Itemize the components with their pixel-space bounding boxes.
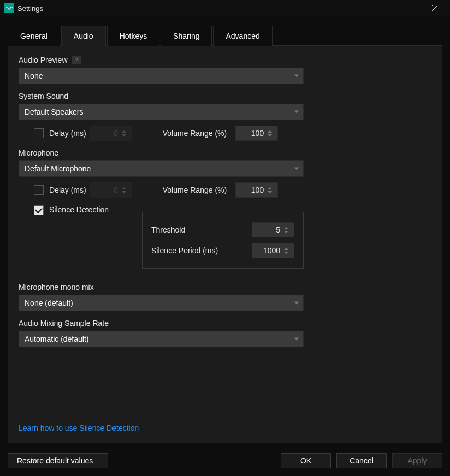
system-sound-dropdown[interactable]: Default Speakers (19, 104, 304, 120)
restore-defaults-button[interactable]: Restore default values (8, 453, 108, 468)
tabs: General Audio Hotkeys Sharing Advanced (8, 25, 442, 46)
chevron-down-icon (294, 111, 299, 114)
system-sound-value: Default Speakers (25, 108, 83, 116)
silence-detection-help-link[interactable]: Learn how to use Silence Detection (19, 424, 139, 432)
titlebar: Settings (0, 0, 450, 16)
ok-button[interactable]: OK (281, 453, 331, 468)
sys-delay-spinner[interactable]: 0 (90, 126, 132, 141)
sample-rate-label: Audio Mixing Sample Rate (19, 319, 109, 328)
tab-advanced[interactable]: Advanced (213, 26, 272, 46)
silence-detection-frame: Threshold 5 Silence Period (ms) 1000 (142, 212, 304, 269)
silence-detection-checkbox[interactable] (34, 205, 44, 215)
threshold-spinner[interactable]: 5 (252, 222, 294, 237)
silence-period-label: Silence Period (ms) (151, 246, 218, 255)
microphone-dropdown[interactable]: Default Microphone (19, 160, 304, 177)
threshold-label: Threshold (151, 225, 185, 234)
mono-mix-value: None (default) (25, 299, 73, 307)
tab-audio[interactable]: Audio (61, 26, 106, 46)
chevron-down-icon (294, 168, 299, 170)
silence-period-spinner[interactable]: 1000 (252, 243, 294, 258)
window-title: Settings (17, 4, 43, 13)
sys-delay-label: Delay (ms) (49, 129, 86, 138)
chevron-down-icon (294, 302, 299, 305)
sample-rate-dropdown[interactable]: Automatic (default) (19, 331, 304, 347)
silence-detection-label: Silence Detection (49, 205, 109, 214)
svg-rect-0 (4, 3, 14, 13)
chevron-down-icon (294, 75, 299, 78)
help-icon[interactable]: ? (72, 56, 81, 64)
audio-preview-value: None (25, 72, 43, 80)
tab-hotkeys[interactable]: Hotkeys (107, 26, 160, 46)
dialog-footer: Restore default values OK Cancel Apply (0, 445, 450, 476)
sys-delay-checkbox[interactable] (34, 128, 44, 138)
mic-delay-label: Delay (ms) (49, 186, 86, 194)
close-icon (432, 5, 437, 11)
mic-delay-spinner[interactable]: 0 (90, 182, 132, 198)
system-sound-label: System Sound (19, 92, 68, 100)
sys-volume-spinner[interactable]: 100 (235, 126, 278, 141)
cancel-button[interactable]: Cancel (336, 453, 387, 468)
tab-sharing[interactable]: Sharing (161, 26, 212, 46)
mic-delay-checkbox[interactable] (34, 185, 44, 195)
chevron-down-icon (294, 338, 299, 341)
sample-rate-value: Automatic (default) (25, 335, 89, 343)
app-icon (4, 3, 14, 13)
audio-preview-label: Audio Preview (19, 56, 68, 64)
mic-volume-label: Volume Range (%) (163, 186, 227, 194)
microphone-label: Microphone (19, 148, 58, 157)
sys-volume-label: Volume Range (%) (163, 129, 227, 138)
apply-button[interactable]: Apply (392, 453, 442, 468)
mono-mix-dropdown[interactable]: None (default) (19, 295, 304, 311)
mono-mix-label: Microphone mono mix (19, 283, 94, 291)
microphone-value: Default Microphone (25, 164, 91, 173)
mic-volume-spinner[interactable]: 100 (235, 182, 278, 198)
window-close-button[interactable] (424, 0, 446, 16)
audio-preview-dropdown[interactable]: None (19, 68, 304, 84)
audio-panel: Audio Preview ? None System Sound Defaul… (8, 46, 442, 443)
tab-general[interactable]: General (8, 26, 60, 46)
